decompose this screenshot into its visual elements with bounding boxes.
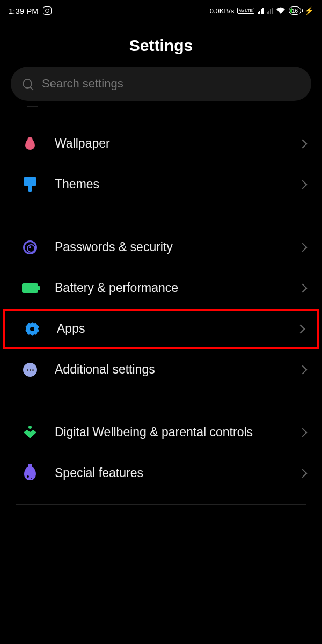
section-divider xyxy=(16,216,306,216)
chevron-right-icon xyxy=(298,365,308,375)
settings-item-passwords[interactable]: Passwords & security xyxy=(0,227,322,268)
chevron-right-icon xyxy=(296,325,305,334)
signal-1-icon xyxy=(258,8,264,14)
more-icon xyxy=(21,361,39,378)
chevron-right-icon xyxy=(298,180,308,189)
item-label: Apps xyxy=(57,321,281,337)
chevron-right-icon xyxy=(298,243,308,252)
settings-item-apps[interactable]: Apps xyxy=(3,309,319,349)
chevron-right-icon xyxy=(298,284,308,293)
item-label: Battery & performance xyxy=(55,280,283,296)
flask-icon xyxy=(21,465,39,482)
chevron-right-icon xyxy=(298,469,308,478)
status-bar: 1:39 PM 0.0KB/s Vo LTE 16 ⚡ xyxy=(0,0,322,21)
wifi-icon xyxy=(276,7,286,14)
settings-item-additional[interactable]: Additional settings xyxy=(0,349,322,390)
status-data-rate: 0.0KB/s xyxy=(210,7,235,15)
item-label: Digital Wellbeing & parental controls xyxy=(55,425,283,441)
battery-icon: 16 xyxy=(289,6,301,15)
search-bar[interactable] xyxy=(11,67,311,101)
settings-item-special[interactable]: Special features xyxy=(0,453,322,494)
charging-icon: ⚡ xyxy=(304,6,313,15)
volte-icon: Vo LTE xyxy=(237,8,254,14)
search-input[interactable] xyxy=(42,77,299,91)
heart-icon xyxy=(21,424,39,441)
fingerprint-icon xyxy=(21,239,39,256)
settings-item-battery[interactable]: Battery & performance xyxy=(0,268,322,309)
settings-item-themes[interactable]: Themes xyxy=(0,164,322,205)
page-title: Settings xyxy=(0,21,322,67)
gear-icon xyxy=(24,320,41,338)
tulip-icon xyxy=(21,135,39,152)
item-label: Wallpaper xyxy=(55,136,283,152)
battery-icon xyxy=(21,280,39,297)
chevron-right-icon xyxy=(298,140,308,149)
instagram-icon xyxy=(43,6,52,15)
item-label: Themes xyxy=(55,177,283,193)
brush-icon xyxy=(21,176,39,193)
item-label: Passwords & security xyxy=(55,239,283,255)
item-label: Special features xyxy=(55,465,283,481)
chevron-right-icon xyxy=(298,428,308,437)
item-label: Additional settings xyxy=(55,362,283,378)
status-left: 1:39 PM xyxy=(9,6,52,16)
signal-2-icon xyxy=(267,8,273,14)
settings-item-wellbeing[interactable]: Digital Wellbeing & parental controls xyxy=(0,412,322,453)
settings-item-wallpaper[interactable]: Wallpaper xyxy=(0,123,322,164)
status-time: 1:39 PM xyxy=(9,6,39,16)
status-right: 0.0KB/s Vo LTE 16 ⚡ xyxy=(210,6,313,15)
search-icon xyxy=(23,79,32,89)
section-divider xyxy=(16,504,306,505)
section-divider xyxy=(16,401,306,401)
